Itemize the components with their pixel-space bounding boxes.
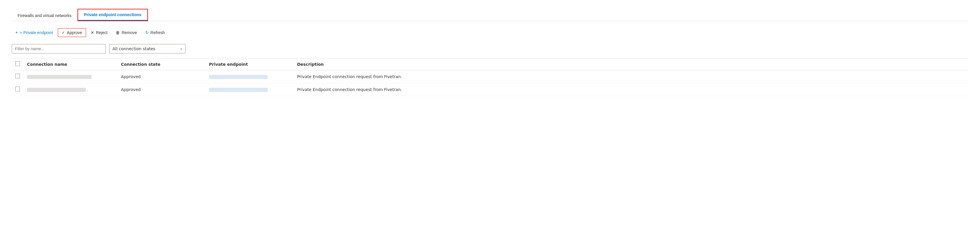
row-2-checkbox[interactable] bbox=[15, 87, 20, 91]
header-connection-name: Connection name bbox=[24, 58, 118, 70]
tab-firewalls[interactable]: Firewalls and virtual networks bbox=[12, 10, 78, 21]
row-1-connection-name bbox=[24, 70, 118, 83]
refresh-label: Refresh bbox=[151, 30, 165, 35]
row-2-name-dot: . bbox=[87, 88, 88, 92]
row-1-description: Private Endpoint connection request from… bbox=[294, 70, 968, 83]
filter-by-name-input[interactable] bbox=[12, 44, 106, 53]
checkmark-icon: ✓ bbox=[62, 30, 65, 35]
refresh-icon: ↻ bbox=[145, 30, 149, 35]
tab-bar: Firewalls and virtual networks Private e… bbox=[12, 9, 968, 21]
row-1-private-endpoint bbox=[205, 70, 294, 83]
table-row: . Approved Private Endpoint connection r… bbox=[12, 83, 968, 96]
header-description: Description bbox=[294, 58, 968, 70]
row-2-name-redacted bbox=[27, 88, 86, 92]
table-row: Approved Private Endpoint connection req… bbox=[12, 70, 968, 83]
reject-button[interactable]: ✕ Reject bbox=[87, 29, 111, 37]
approve-button[interactable]: ✓ Approve bbox=[58, 28, 86, 37]
row-2-connection-name: . bbox=[24, 83, 118, 96]
tab-private-endpoint[interactable]: Private endpoint connections bbox=[78, 10, 147, 21]
header-connection-state: Connection state bbox=[118, 58, 205, 70]
approve-label: Approve bbox=[67, 30, 82, 35]
plus-icon: + bbox=[15, 30, 18, 35]
row-1-name-redacted bbox=[27, 75, 92, 79]
x-icon: ✕ bbox=[91, 30, 94, 35]
remove-label: Remove bbox=[121, 30, 137, 35]
toolbar: + + Private endpoint ✓ Approve ✕ Reject … bbox=[12, 28, 968, 37]
reject-label: Reject bbox=[96, 30, 108, 35]
dropdown-selected-value: All connection states bbox=[113, 46, 155, 51]
chevron-down-icon: ∨ bbox=[180, 47, 182, 51]
filter-bar: All connection states ∨ bbox=[12, 44, 968, 53]
add-private-endpoint-button[interactable]: + + Private endpoint bbox=[12, 28, 57, 37]
row-1-connection-state: Approved bbox=[118, 70, 205, 83]
connections-table: Connection name Connection state Private… bbox=[12, 58, 968, 96]
trash-icon: 🗑 bbox=[116, 30, 120, 35]
row-1-checkbox-cell bbox=[12, 70, 24, 83]
refresh-button[interactable]: ↻ Refresh bbox=[142, 29, 169, 37]
row-1-checkbox[interactable] bbox=[15, 74, 20, 78]
select-all-checkbox-cell bbox=[12, 58, 24, 70]
select-all-checkbox[interactable] bbox=[15, 61, 20, 66]
add-label: + Private endpoint bbox=[20, 30, 53, 35]
connection-state-dropdown[interactable]: All connection states ∨ bbox=[109, 44, 186, 53]
row-2-endpoint-redacted bbox=[209, 88, 268, 92]
remove-button[interactable]: 🗑 Remove bbox=[112, 29, 140, 37]
row-2-connection-state: Approved bbox=[118, 83, 205, 96]
table-header-row: Connection name Connection state Private… bbox=[12, 58, 968, 70]
header-private-endpoint: Private endpoint bbox=[205, 58, 294, 70]
row-2-description: Private Endpoint connection request from… bbox=[294, 83, 968, 96]
row-2-private-endpoint bbox=[205, 83, 294, 96]
row-1-endpoint-redacted bbox=[209, 75, 268, 79]
row-2-checkbox-cell bbox=[12, 83, 24, 96]
